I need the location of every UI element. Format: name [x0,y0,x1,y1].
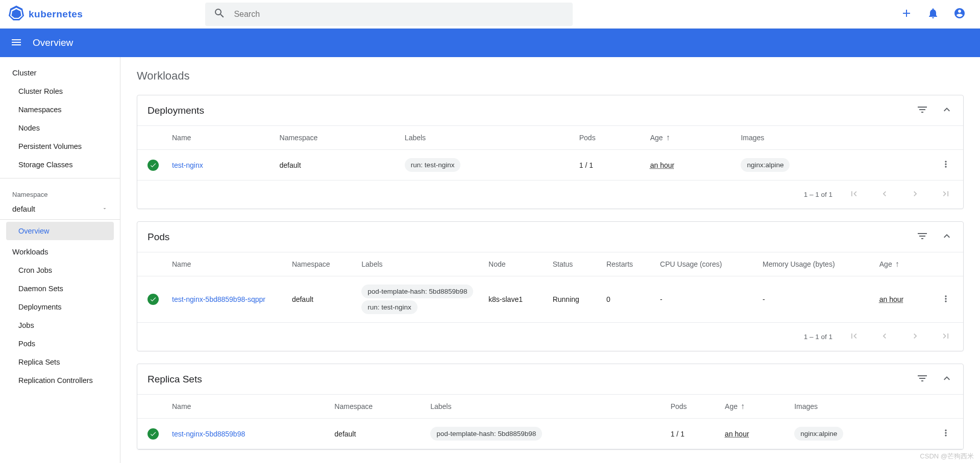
sidebar-item-cron-jobs[interactable]: Cron Jobs [0,261,120,279]
deployment-name-link[interactable]: test-nginx [172,161,203,169]
filter-icon[interactable] [916,104,928,117]
collapse-icon[interactable] [941,372,953,386]
namespace-select[interactable]: default [0,200,120,220]
th-restarts[interactable]: Restarts [600,252,654,276]
prev-page-icon[interactable] [875,327,894,347]
namespace-value: default [12,204,35,213]
label-chip: run: test-nginx [405,158,461,172]
th-images[interactable]: Images [734,126,892,150]
sort-up-icon: ↑ [666,133,670,142]
page-title: Workloads [137,69,964,83]
th-labels[interactable]: Labels [399,126,573,150]
next-page-icon[interactable] [906,327,924,347]
th-name[interactable]: Name [166,252,286,276]
th-namespace[interactable]: Namespace [274,126,399,150]
row-menu-icon[interactable] [892,150,963,181]
kubernetes-icon [8,5,24,23]
th-namespace[interactable]: Namespace [328,395,424,419]
th-status[interactable]: Status [547,252,600,276]
th-labels[interactable]: Labels [424,395,664,419]
last-page-icon[interactable] [937,327,955,347]
status-ok-icon [148,428,159,440]
last-page-icon[interactable] [937,185,955,204]
th-pods[interactable]: Pods [573,126,644,150]
search-box[interactable] [205,3,573,26]
filter-icon[interactable] [916,230,928,244]
th-mem[interactable]: Memory Usage (bytes) [756,252,873,276]
th-cpu[interactable]: CPU Usage (cores) [654,252,756,276]
page-header-title: Overview [33,37,73,48]
brand-logo[interactable]: kubernetes [8,5,83,23]
th-images[interactable]: Images [788,395,909,419]
brand-text: kubernetes [29,9,83,20]
table-row: test-nginx default run: test-nginx 1 / 1… [137,150,963,181]
sidebar-item-persistent-volumes[interactable]: Persistent Volumes [0,137,120,156]
add-icon[interactable] [900,7,913,21]
th-name[interactable]: Name [166,395,328,419]
collapse-icon[interactable] [941,230,953,244]
pods-pager: 1 – 1 of 1 [137,323,963,351]
cell-age: an hour [879,295,903,303]
collapse-icon[interactable] [941,104,953,117]
sidebar-heading-workloads[interactable]: Workloads [0,242,120,261]
table-row: test-nginx-5bd8859b98 default pod-templa… [137,419,963,449]
th-labels[interactable]: Labels [355,252,482,276]
cell-node: k8s-slave1 [482,276,547,323]
th-pods[interactable]: Pods [665,395,719,419]
cell-namespace: default [274,150,399,181]
th-name[interactable]: Name [166,126,274,150]
status-ok-icon [148,160,159,171]
prev-page-icon[interactable] [875,185,894,204]
search-input[interactable] [234,10,565,19]
sidebar-item-daemon-sets[interactable]: Daemon Sets [0,279,120,298]
sidebar-item-namespaces[interactable]: Namespaces [0,100,120,119]
cell-namespace: default [286,276,355,323]
sidebar-item-deployments[interactable]: Deployments [0,298,120,316]
table-row: test-nginx-5bd8859b98-sqppr default pod-… [137,276,963,323]
th-node[interactable]: Node [482,252,547,276]
sidebar-item-jobs[interactable]: Jobs [0,316,120,335]
th-age[interactable]: Age↑ [873,252,924,276]
row-menu-icon[interactable] [909,419,963,449]
cell-restarts: 0 [600,276,654,323]
cell-status: Running [547,276,600,323]
replicasets-table: Name Namespace Labels Pods Age↑ Images t… [137,394,963,449]
first-page-icon[interactable] [845,327,863,347]
sidebar-item-overview[interactable]: Overview [6,222,114,240]
pods-card: Pods Name Namespace Labels Node Status R… [137,221,964,351]
cell-age: an hour [650,161,674,169]
row-menu-icon[interactable] [924,276,963,323]
th-age[interactable]: Age↑ [644,126,735,150]
menu-icon[interactable] [10,36,22,50]
sidebar-item-storage-classes[interactable]: Storage Classes [0,156,120,174]
topbar-actions [900,7,972,21]
search-icon [213,7,226,21]
label-chip: pod-template-hash: 5bd8859b98 [361,285,473,298]
sidebar: Cluster Cluster Roles Namespaces Nodes P… [0,57,120,463]
pod-name-link[interactable]: test-nginx-5bd8859b98-sqppr [172,295,265,303]
cell-cpu: - [654,276,756,323]
pager-text: 1 – 1 of 1 [804,333,832,341]
first-page-icon[interactable] [845,185,863,204]
content-area: Workloads Deployments Name Namespace Lab… [120,57,980,463]
sidebar-heading-cluster[interactable]: Cluster [0,63,120,82]
sidebar-item-replication-controllers[interactable]: Replication Controllers [0,371,120,390]
sidebar-item-replica-sets[interactable]: Replica Sets [0,353,120,371]
sidebar-item-nodes[interactable]: Nodes [0,119,120,137]
sidebar-item-cluster-roles[interactable]: Cluster Roles [0,82,120,100]
bell-icon[interactable] [927,7,939,21]
namespace-label: Namespace [0,183,120,200]
deployments-card: Deployments Name Namespace Labels Pods A… [137,95,964,209]
th-age[interactable]: Age↑ [719,395,788,419]
replicaset-name-link[interactable]: test-nginx-5bd8859b98 [172,430,245,438]
cell-mem: - [756,276,873,323]
next-page-icon[interactable] [906,185,924,204]
cell-namespace: default [328,419,424,449]
filter-icon[interactable] [916,372,928,386]
user-icon[interactable] [953,7,966,21]
deployments-title: Deployments [148,105,916,116]
cell-age: an hour [725,430,749,438]
deployments-pager: 1 – 1 of 1 [137,181,963,209]
th-namespace[interactable]: Namespace [286,252,355,276]
sidebar-item-pods[interactable]: Pods [0,335,120,353]
